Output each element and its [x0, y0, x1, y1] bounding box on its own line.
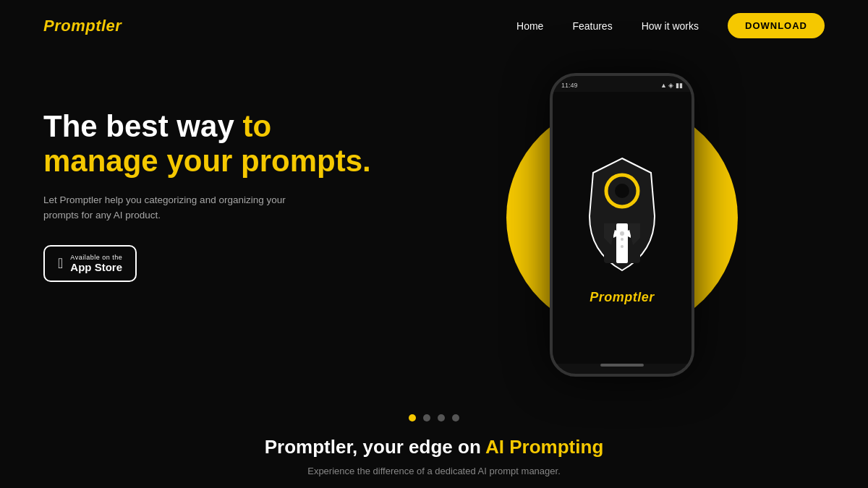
hero-left: The best way to manage your prompts. Let… — [43, 66, 420, 282]
navbar: Promptler Home Features How it works DOW… — [0, 0, 868, 51]
svg-point-1 — [615, 184, 629, 198]
robot-mascot — [571, 151, 673, 281]
phone-status-icons: ▲ ◈ ▮▮ — [660, 82, 683, 89]
phone-status-bar: 11:49 ▲ ◈ ▮▮ — [553, 76, 692, 92]
bottom-subtitle: Experience the difference of a dedicated… — [43, 466, 825, 476]
hero-heading-to: to — [242, 109, 271, 143]
nav-link-how-it-works[interactable]: How it works — [642, 20, 699, 32]
phone-screen: Promptler — [553, 92, 692, 364]
hero-section: The best way to manage your prompts. Let… — [0, 51, 868, 406]
hero-heading: The best way to manage your prompts. — [43, 109, 420, 179]
phone-mockup: 11:49 ▲ ◈ ▮▮ — [550, 73, 694, 377]
apple-icon:  — [58, 255, 63, 272]
hero-subtext: Let Promptler help you categorizing and … — [43, 192, 289, 223]
app-store-available: Available on the — [70, 254, 122, 261]
nav-logo: Promptler — [43, 17, 122, 35]
app-store-name: App Store — [70, 261, 122, 273]
svg-point-10 — [621, 245, 624, 248]
nav-link-home[interactable]: Home — [516, 20, 543, 32]
carousel-dots — [0, 414, 868, 421]
nav-link-features[interactable]: Features — [572, 20, 612, 32]
app-store-button[interactable]:  Available on the App Store — [43, 245, 137, 282]
carousel-dot-3[interactable] — [438, 414, 445, 421]
hero-heading-yellow: manage your prompts. — [43, 144, 371, 178]
hero-heading-white: The best way — [43, 109, 242, 143]
nav-links: Home Features How it works DOWNLOAD — [516, 13, 825, 38]
svg-rect-3 — [616, 223, 628, 263]
phone-logo: Promptler — [590, 290, 655, 305]
carousel-dot-2[interactable] — [423, 414, 430, 421]
svg-point-9 — [621, 238, 624, 241]
bottom-title-yellow: AI Prompting — [485, 436, 603, 458]
carousel-dot-4[interactable] — [452, 414, 459, 421]
phone-home-indicator — [600, 364, 644, 367]
download-button[interactable]: DOWNLOAD — [728, 13, 825, 38]
bottom-title: Promptler, your edge on AI Prompting — [43, 436, 825, 458]
bottom-title-white: Promptler, your edge on — [265, 436, 485, 458]
bottom-section: Promptler, your edge on AI Prompting Exp… — [0, 421, 868, 476]
hero-right: 11:49 ▲ ◈ ▮▮ — [420, 66, 825, 377]
carousel-dot-1[interactable] — [409, 414, 416, 421]
svg-point-6 — [620, 231, 624, 236]
app-store-text: Available on the App Store — [70, 254, 122, 273]
phone-time: 11:49 — [561, 82, 578, 89]
